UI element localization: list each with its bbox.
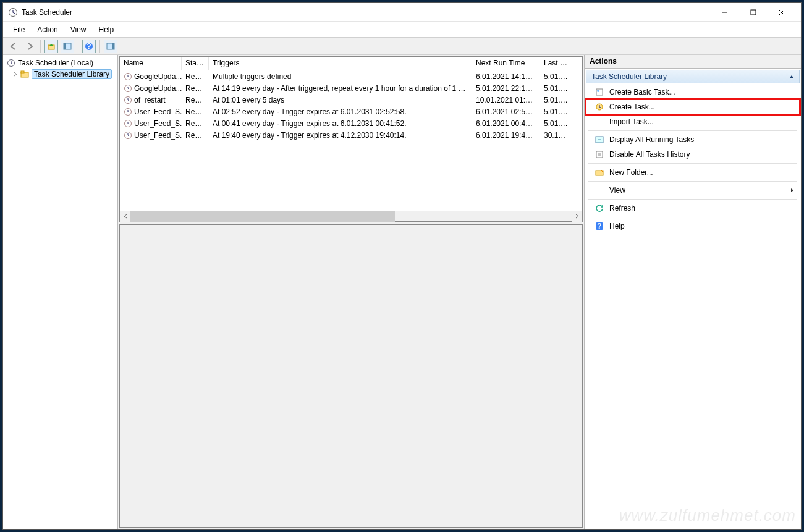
close-button[interactable] bbox=[768, 3, 796, 22]
action-import-task[interactable]: Import Task... bbox=[586, 114, 800, 129]
menu-view[interactable]: View bbox=[66, 24, 91, 35]
actions-section-label: Task Scheduler Library bbox=[591, 72, 667, 81]
action-view[interactable]: View bbox=[586, 183, 800, 198]
column-header-name[interactable]: Name bbox=[120, 57, 182, 70]
task-name: GoogleUpda... bbox=[134, 72, 182, 81]
task-list-header: Name Status Triggers Next Run Time Last … bbox=[120, 57, 582, 70]
task-status: Ready bbox=[182, 107, 209, 117]
task-status: Ready bbox=[182, 72, 209, 82]
body: Task Scheduler (Local) Task Scheduler Li… bbox=[3, 55, 801, 529]
blank-icon bbox=[595, 185, 604, 195]
scroll-left-arrow[interactable] bbox=[120, 211, 130, 222]
task-next-run: 6.01.2021 19:40:14 bbox=[472, 130, 540, 140]
task-detail-pane bbox=[119, 224, 583, 528]
task-status: Ready bbox=[182, 119, 209, 129]
table-row[interactable]: User_Feed_S...ReadyAt 02:52 every day - … bbox=[120, 106, 582, 117]
task-triggers: At 14:19 every day - After triggered, re… bbox=[209, 83, 472, 93]
action-label: Disable All Tasks History bbox=[609, 150, 690, 159]
history-icon bbox=[595, 150, 604, 159]
task-status: Ready bbox=[182, 83, 209, 93]
clock-icon bbox=[124, 96, 132, 104]
task-triggers: At 01:01 every 5 days bbox=[209, 95, 472, 105]
new-folder-icon bbox=[595, 167, 604, 177]
back-button[interactable] bbox=[7, 40, 20, 53]
action-refresh[interactable]: Refresh bbox=[586, 201, 800, 216]
separator bbox=[588, 181, 797, 182]
svg-point-22 bbox=[597, 90, 599, 92]
table-row[interactable]: GoogleUpda...ReadyMultiple triggers defi… bbox=[120, 70, 582, 82]
menu-help[interactable]: Help bbox=[94, 24, 119, 35]
minimize-button[interactable] bbox=[711, 3, 739, 22]
column-header-status[interactable]: Status bbox=[182, 57, 209, 70]
table-row[interactable]: of_restartReadyAt 01:01 every 5 days10.0… bbox=[120, 94, 582, 106]
task-list: Name Status Triggers Next Run Time Last … bbox=[119, 56, 583, 222]
help-button[interactable]: ? bbox=[82, 40, 96, 53]
svg-rect-11 bbox=[112, 43, 114, 49]
show-hide-console-tree-button[interactable] bbox=[61, 40, 74, 53]
svg-rect-14 bbox=[21, 71, 24, 73]
scroll-track[interactable] bbox=[130, 211, 572, 222]
column-header-last-run[interactable]: Last Run bbox=[540, 57, 572, 70]
task-triggers: Multiple triggers defined bbox=[209, 72, 472, 82]
chevron-right-icon bbox=[790, 188, 795, 193]
task-last-run: 5.01.2021 bbox=[540, 72, 572, 82]
horizontal-scrollbar[interactable] bbox=[120, 211, 582, 221]
menu-action[interactable]: Action bbox=[32, 24, 62, 35]
table-row[interactable]: User_Feed_S...ReadyAt 00:41 every day - … bbox=[120, 117, 582, 129]
task-last-run: 5.01.2021 bbox=[540, 83, 572, 93]
action-new-folder[interactable]: New Folder... bbox=[586, 165, 800, 180]
chevron-right-icon bbox=[13, 72, 18, 77]
up-folder-button[interactable] bbox=[44, 40, 58, 53]
main-pane: Name Status Triggers Next Run Time Last … bbox=[118, 55, 585, 529]
actions-section-header[interactable]: Task Scheduler Library bbox=[586, 70, 800, 83]
task-next-run: 6.01.2021 14:19:31 bbox=[472, 72, 540, 82]
window-controls bbox=[711, 3, 796, 22]
tree-library-node[interactable]: Task Scheduler Library bbox=[4, 69, 116, 80]
action-disable-history[interactable]: Disable All Tasks History bbox=[586, 147, 800, 162]
task-next-run: 10.01.2021 01:01:01 bbox=[472, 95, 540, 105]
import-icon bbox=[595, 117, 604, 127]
toolbar-separator bbox=[99, 40, 100, 53]
toolbar-separator bbox=[40, 40, 41, 53]
column-header-next-run[interactable]: Next Run Time bbox=[472, 57, 540, 70]
forward-button[interactable] bbox=[23, 40, 36, 53]
action-label: Import Task... bbox=[609, 117, 654, 126]
menu-file[interactable]: File bbox=[8, 24, 30, 35]
task-last-run: 5.01.2021 bbox=[540, 119, 572, 129]
svg-text:?: ? bbox=[597, 222, 601, 230]
separator bbox=[588, 199, 797, 200]
action-create-basic-task[interactable]: Create Basic Task... bbox=[586, 85, 800, 99]
task-name: GoogleUpda... bbox=[134, 84, 182, 93]
table-row[interactable]: User_Feed_S...ReadyAt 19:40 every day - … bbox=[120, 129, 582, 141]
collapse-icon bbox=[789, 74, 794, 79]
column-header-triggers[interactable]: Triggers bbox=[209, 57, 472, 70]
action-display-running-tasks[interactable]: Display All Running Tasks bbox=[586, 132, 800, 147]
clock-icon bbox=[124, 84, 132, 93]
action-create-task[interactable]: Create Task... bbox=[586, 99, 800, 114]
action-label: Help bbox=[609, 222, 625, 230]
actions-pane: Actions Task Scheduler Library Create Ba… bbox=[585, 55, 801, 529]
clock-icon bbox=[124, 131, 132, 140]
folder-icon bbox=[20, 70, 29, 78]
task-name: User_Feed_S... bbox=[134, 108, 182, 116]
task-next-run: 6.01.2021 02:52:58 bbox=[472, 107, 540, 117]
action-help[interactable]: ? Help bbox=[586, 219, 800, 234]
scroll-right-arrow[interactable] bbox=[572, 211, 582, 222]
task-name: User_Feed_S... bbox=[134, 119, 182, 128]
show-hide-action-pane-button[interactable] bbox=[104, 40, 117, 53]
task-triggers: At 02:52 every day - Trigger expires at … bbox=[209, 107, 472, 117]
svg-rect-2 bbox=[751, 10, 756, 15]
task-name: User_Feed_S... bbox=[134, 131, 182, 140]
clock-icon bbox=[7, 59, 15, 67]
action-label: New Folder... bbox=[609, 168, 653, 177]
tree-root-label: Task Scheduler (Local) bbox=[18, 59, 93, 67]
titlebar: Task Scheduler bbox=[3, 3, 801, 22]
task-next-run: 5.01.2021 22:19:31 bbox=[472, 83, 540, 93]
scroll-thumb[interactable] bbox=[130, 211, 395, 222]
table-row[interactable]: GoogleUpda...ReadyAt 14:19 every day - A… bbox=[120, 82, 582, 94]
clock-icon bbox=[124, 72, 132, 81]
maximize-button[interactable] bbox=[739, 3, 768, 22]
tree-root-node[interactable]: Task Scheduler (Local) bbox=[4, 57, 116, 69]
wizard-icon bbox=[595, 87, 604, 97]
task-list-body: GoogleUpda...ReadyMultiple triggers defi… bbox=[120, 70, 582, 211]
